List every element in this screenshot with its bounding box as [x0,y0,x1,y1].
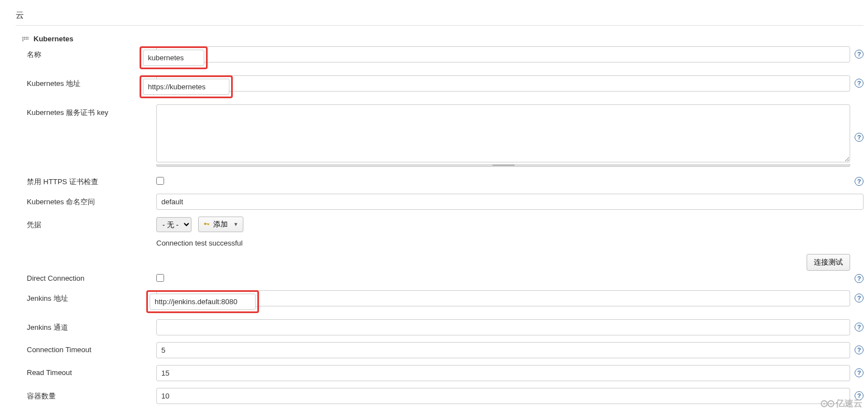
jenkins-url-input[interactable] [150,294,256,310]
help-icon[interactable]: ? [855,50,864,59]
name-input-full[interactable] [156,46,850,63]
chevron-down-icon: ▼ [233,222,238,227]
name-input[interactable] [143,50,204,66]
test-connection-button[interactable]: 连接测试 [807,254,850,271]
container-cap-input[interactable] [156,388,850,404]
connection-timeout-input[interactable] [156,342,850,358]
label-name: 名称 [22,46,156,60]
label-container-cap: 容器数量 [22,388,156,401]
help-icon[interactable]: ? [855,294,864,302]
key-icon [203,221,210,228]
label-pod-labels: Pod Labels [22,411,156,413]
add-label: 添加 [213,219,228,229]
disable-https-checkbox[interactable] [156,177,164,185]
help-icon[interactable]: ? [855,368,864,377]
label-direct-conn: Direct Connection [22,271,156,282]
read-timeout-input[interactable] [156,365,850,381]
label-namespace: Kubernetes 命名空间 [22,194,156,207]
label-jenkins-url: Jenkins 地址 [22,290,156,304]
k8s-url-input-full[interactable] [156,75,850,92]
credentials-select[interactable]: - 无 - [156,217,191,232]
drag-handle-icon[interactable] [22,36,29,42]
jenkins-tunnel-input[interactable] [156,319,850,335]
help-icon[interactable]: ? [855,345,864,354]
jenkins-url-input-full[interactable] [156,290,850,306]
label-conn-timeout: Connection Timeout [22,342,156,354]
add-credentials-button[interactable]: 添加 ▼ [198,217,243,232]
label-read-timeout: Read Timeout [22,365,156,377]
connection-status: Connection test successful [156,239,864,247]
help-icon[interactable]: ? [855,79,864,88]
namespace-input[interactable] [156,194,864,210]
watermark: ⊙⊙ 亿速云 [820,397,862,410]
cloud-title: Kubernetes [33,35,74,43]
label-cert-key: Kubernetes 服务证书 key [22,104,156,118]
resize-bar[interactable] [156,164,850,167]
section-title: 云 [16,10,864,26]
label-k8s-url: Kubernetes 地址 [22,75,156,89]
direct-connection-checkbox[interactable] [156,274,164,282]
label-credentials: 凭据 [22,217,156,230]
k8s-url-input[interactable] [143,79,229,95]
label-disable-https: 禁用 HTTPS 证书检查 [22,174,156,187]
cloud-header: Kubernetes [22,35,864,43]
help-icon[interactable]: ? [855,274,864,283]
label-jenkins-tunnel: Jenkins 通道 [22,319,156,333]
help-icon[interactable]: ? [855,177,864,186]
help-icon[interactable]: ? [855,133,864,142]
cert-key-textarea[interactable] [156,104,850,162]
help-icon[interactable]: ? [855,323,864,332]
watermark-icon: ⊙⊙ [820,397,833,410]
